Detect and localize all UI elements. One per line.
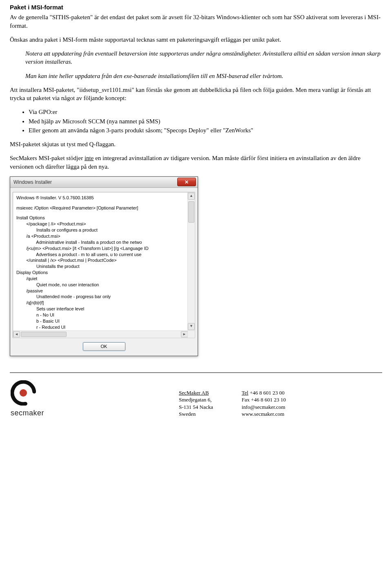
- close-icon: ✕: [185, 179, 189, 185]
- scroll-left-icon[interactable]: ◄: [13, 331, 20, 337]
- help-line: r - Reduced UI: [16, 324, 186, 330]
- note-paragraph: Man kan inte heller uppdatera från den e…: [25, 72, 382, 80]
- horizontal-scrollbar[interactable]: ◄ ►: [13, 330, 188, 338]
- text: Fax: [242, 397, 250, 403]
- blank-line: [16, 211, 186, 215]
- footer-contact: Tel +46 8 601 23 00 Fax +46 8 601 23 10 …: [242, 389, 286, 418]
- help-line: /passive: [16, 288, 186, 294]
- help-line: Administrative install - Installs a prod…: [16, 239, 186, 245]
- help-line: msiexec /Option <Required Parameter> [Op…: [16, 205, 186, 211]
- dialog-body: Windows ® Installer. V 5.0.7600.16385 ms…: [10, 188, 198, 356]
- text: SecMaker AB: [179, 390, 209, 396]
- scroll-thumb[interactable]: [188, 201, 194, 223]
- scroll-up-icon[interactable]: ▲: [188, 193, 195, 200]
- scroll-track[interactable]: [21, 332, 82, 337]
- footer-address: SecMaker AB Smedjegatan 6, S-131 54 Nack…: [179, 389, 213, 418]
- ok-button[interactable]: OK: [83, 342, 125, 351]
- text: SecMakers MSI-paket stödjer: [10, 155, 85, 161]
- blank-line: [16, 201, 186, 205]
- help-line: </uninstall | /x> <Product.msi | Product…: [16, 257, 186, 263]
- brand-name: secmaker: [11, 408, 44, 418]
- windows-installer-dialog: Windows Installer ✕ Windows ® Installer.…: [10, 176, 198, 356]
- note-paragraph: Notera att uppdatering från eventuell be…: [25, 49, 382, 66]
- scroll-thumb[interactable]: [21, 332, 67, 337]
- help-line: Install Options: [16, 215, 186, 221]
- text: +46 8 601 23 10: [249, 397, 286, 403]
- logo-icon: [11, 380, 36, 406]
- logo: secmaker: [10, 380, 44, 418]
- help-line: /q[n|b|r|f]: [16, 300, 186, 306]
- help-line: </package | /i> <Product.msi>: [16, 221, 186, 227]
- list-item: Via GPO:er: [29, 108, 382, 116]
- text: Tel: [242, 390, 248, 396]
- help-line: Sets user interface level: [16, 306, 186, 312]
- text: www.secmaker.com: [242, 410, 286, 418]
- text: S-131 54 Nacka: [179, 404, 213, 411]
- close-button[interactable]: ✕: [177, 178, 196, 186]
- titlebar[interactable]: Windows Installer ✕: [10, 177, 198, 188]
- scroll-corner: [187, 330, 195, 338]
- help-line: Unattended mode - progress bar only: [16, 294, 186, 300]
- help-line: Quiet mode, no user interaction: [16, 282, 186, 288]
- paragraph: MSI-paketet skjutas ut tyst med Q-flagga…: [10, 140, 382, 148]
- help-line: /a <Product.msi>: [16, 233, 186, 239]
- bullet-list: Via GPO:er Med hjälp av Microsoft SCCM (…: [10, 108, 382, 134]
- help-line: /quiet: [16, 276, 186, 282]
- scroll-down-icon[interactable]: ▼: [188, 323, 195, 330]
- help-line: n - No UI: [16, 312, 186, 318]
- text: info@secmaker.com: [242, 404, 286, 411]
- help-textarea[interactable]: Windows ® Installer. V 5.0.7600.16385 ms…: [13, 192, 195, 338]
- text: +46 8 601 23 00: [248, 390, 285, 396]
- emphasis-underline: inte: [85, 155, 94, 161]
- help-line: Advertises a product - m to all users, u…: [16, 252, 186, 258]
- paragraph: Önskas andra paket i MSI-form måste supp…: [10, 36, 382, 44]
- vertical-scrollbar[interactable]: ▲ ▼: [187, 192, 195, 331]
- list-item: Med hjälp av Microsoft SCCM (nya namnet …: [29, 117, 382, 125]
- list-item: Eller genom att använda någon 3-parts pr…: [29, 126, 382, 134]
- text: Smedjegatan 6,: [179, 396, 213, 404]
- help-line: b - Basic UI: [16, 318, 186, 324]
- page-footer: secmaker SecMaker AB Smedjegatan 6, S-13…: [10, 380, 382, 418]
- text: Sweden: [179, 410, 213, 418]
- paragraph: Att installera MSI-paketet, "iidsetup_sv…: [10, 86, 382, 103]
- help-content: Windows ® Installer. V 5.0.7600.16385 ms…: [13, 192, 188, 331]
- help-line: /j<u|m> <Product.msi> [/t <Transform Lis…: [16, 245, 186, 252]
- paragraph: Av de generella "SITHS-paketen" är det e…: [10, 13, 382, 30]
- help-line: Uninstalls the product: [16, 263, 186, 270]
- paragraph: SecMakers MSI-paket stödjer inte en inte…: [10, 154, 382, 171]
- help-line: Display Options: [16, 270, 186, 276]
- note-block: Notera att uppdatering från eventuell be…: [25, 49, 382, 80]
- help-line: Windows ® Installer. V 5.0.7600.16385: [16, 195, 186, 201]
- divider: [10, 372, 382, 373]
- scroll-right-icon[interactable]: ►: [181, 331, 188, 337]
- window-title: Windows Installer: [13, 179, 177, 185]
- section-heading: Paket i MSI-format: [10, 3, 382, 11]
- help-line: Installs or configures a product: [16, 227, 186, 233]
